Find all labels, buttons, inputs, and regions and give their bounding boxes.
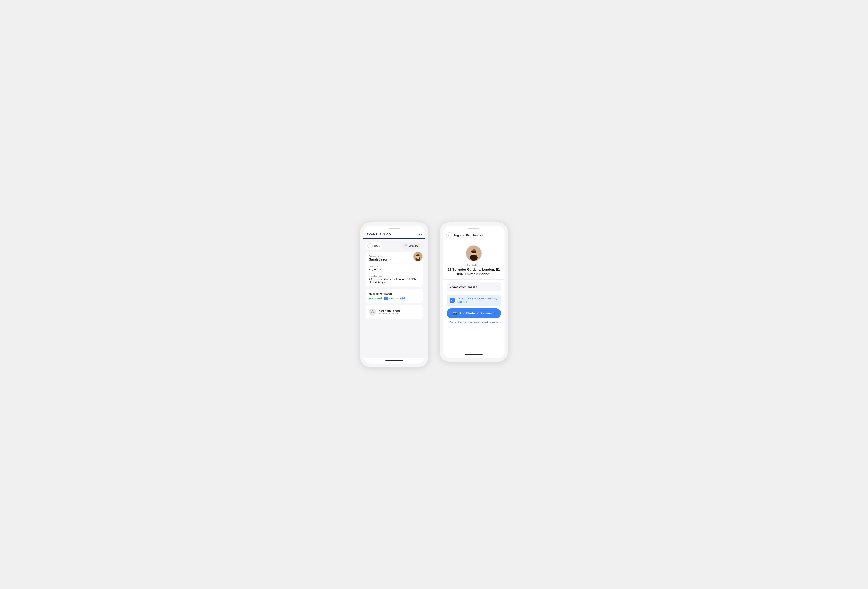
logo-co: CO xyxy=(387,233,391,236)
right-screen: ← Right to Rent Record Rental xyxy=(443,230,505,353)
profile-avatar xyxy=(466,245,482,261)
applicant-name-row: Sarah Jason ✉ xyxy=(369,258,419,261)
rent-value: £1,000 pcm xyxy=(369,268,419,271)
risk-label: Med-Low Risk xyxy=(388,297,406,300)
add-photo-button[interactable]: 📷 Add Photo of Document xyxy=(447,308,501,318)
play-icon: ▶ xyxy=(369,297,371,300)
rental-label: Rental address xyxy=(466,264,481,267)
rental-address: 26 Solander Gardens, London, E1 0DN, Uni… xyxy=(447,267,501,277)
logo-and: & xyxy=(383,232,387,236)
left-notch-bar xyxy=(363,226,425,230)
more-menu-button[interactable] xyxy=(418,234,422,235)
applicant-name: Sarah Jason xyxy=(369,258,388,261)
recommendation-card: Recommendation ▶ Proceed ✓ Med-Low Risk … xyxy=(366,289,423,303)
rtr-text-group: Add right to rent No documents added xyxy=(379,309,400,315)
app-header: EXAMPLE & CO xyxy=(363,230,425,239)
left-home-bar xyxy=(363,358,425,364)
document-section: UK/EU/Swiss Passport ⌄ ✓ Confirm documen… xyxy=(443,280,505,327)
svg-point-10 xyxy=(470,255,478,261)
rtr-subtitle: No documents added xyxy=(379,312,400,315)
right-phone-inner: ← Right to Rent Record Rental xyxy=(443,226,505,358)
confirm-text: Confirm document has been physically ins… xyxy=(457,297,498,303)
risk-tag: ✓ Med-Low Risk xyxy=(384,297,406,300)
mail-icon[interactable]: ✉ xyxy=(390,258,392,261)
right-header: ← Right to Rent Record xyxy=(443,230,505,241)
svg-point-9 xyxy=(471,250,477,253)
recommendation-tags: ▶ Proceed ✓ Med-Low Risk xyxy=(369,297,419,300)
confirm-checkbox-icon: ✓ xyxy=(450,298,455,303)
proceed-tag: ▶ Proceed xyxy=(369,297,382,300)
left-screen-content: ← Back 📄 Email PDF xyxy=(363,240,425,358)
right-home-bar xyxy=(443,353,505,358)
nav-row: ← Back 📄 Email PDF xyxy=(366,242,423,250)
recommendation-title: Recommendation xyxy=(369,292,419,295)
address-value: 26 Solander Gardens, London, E1 0DN, Uni… xyxy=(369,277,419,284)
dot-2 xyxy=(419,234,420,235)
no-document-link[interactable]: Renter does not have one of these docume… xyxy=(447,321,501,324)
left-notch-pill xyxy=(389,228,400,229)
document-type-dropdown[interactable]: UK/EU/Swiss Passport ⌄ xyxy=(447,283,501,291)
chevron-down-icon: ⌄ xyxy=(496,285,498,289)
rtr-person-icon xyxy=(369,308,376,316)
right-notch-pill xyxy=(468,228,479,229)
logo-example: EXAMPLE xyxy=(367,233,382,236)
dot-1 xyxy=(418,234,418,235)
proceed-label: Proceed xyxy=(372,297,382,300)
check-icon-blue: ✓ xyxy=(384,297,388,300)
add-photo-label: Add Photo of Document xyxy=(459,312,495,315)
applicant-avatar xyxy=(413,252,423,261)
applicant-card: Applicant Name Sarah Jason ✉ Rent Share … xyxy=(366,252,423,287)
page-wrapper: EXAMPLE & CO ← Back xyxy=(360,222,508,367)
left-phone: EXAMPLE & CO ← Back xyxy=(360,222,428,367)
svg-point-5 xyxy=(372,311,373,312)
profile-section: Rental address 26 Solander Gardens, Lond… xyxy=(443,241,505,280)
pdf-icon: 📄 xyxy=(404,244,407,247)
rtr-title: Add right to rent xyxy=(379,309,400,312)
left-phone-inner: EXAMPLE & CO ← Back xyxy=(363,226,425,364)
right-phone: ← Right to Rent Record Rental xyxy=(440,222,508,362)
rent-label: Rent Share xyxy=(369,265,419,267)
back-label: Back xyxy=(374,244,380,247)
arrow-right-icon[interactable]: → xyxy=(417,294,420,297)
confirm-check-row[interactable]: ✓ Confirm document has been physically i… xyxy=(447,294,501,306)
email-pdf-button[interactable]: 📄 Email PDF xyxy=(402,243,423,249)
address-label: Rental address xyxy=(369,275,419,277)
right-back-button[interactable]: ← xyxy=(446,232,452,238)
logo: EXAMPLE & CO xyxy=(367,232,391,236)
right-to-rent-card[interactable]: Add right to rent No documents added xyxy=(366,305,423,319)
email-pdf-label: Email PDF xyxy=(409,244,420,247)
divider xyxy=(369,263,419,264)
dot-3 xyxy=(421,234,422,235)
right-home-pill xyxy=(465,355,483,355)
svg-point-4 xyxy=(416,255,419,256)
dropdown-label: UK/EU/Swiss Passport xyxy=(450,285,477,288)
right-notch-bar xyxy=(443,226,505,230)
back-arrow-icon: ← xyxy=(368,243,372,249)
applicant-name-label: Applicant Name xyxy=(369,255,419,257)
left-home-pill xyxy=(385,360,403,361)
screen-title: Right to Rent Record xyxy=(454,234,483,237)
back-button[interactable]: ← Back xyxy=(366,242,382,250)
camera-icon: 📷 xyxy=(453,311,458,315)
